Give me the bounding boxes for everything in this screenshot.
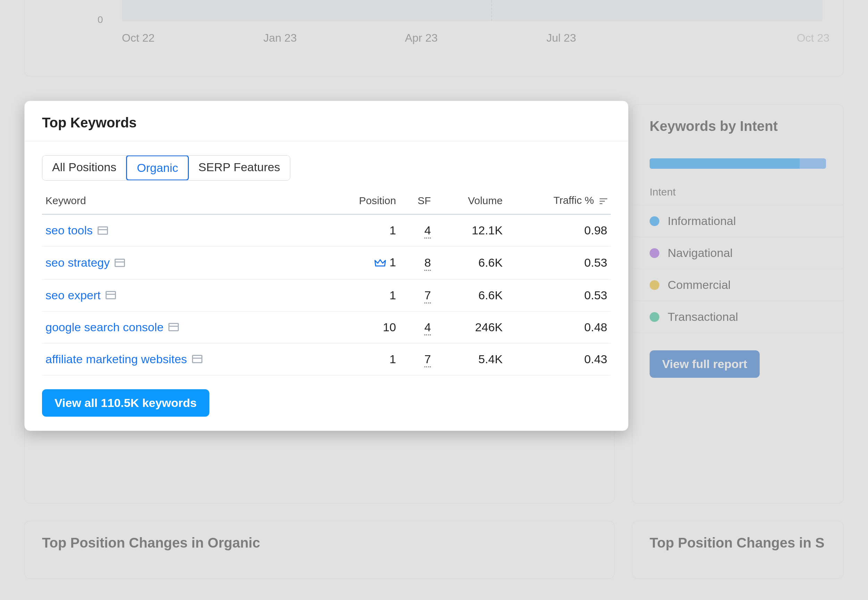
chart-xaxis-label: Apr 23 [405, 32, 547, 44]
position-changes-serp-card: Top Position Changes in S [632, 521, 844, 579]
view-full-report-button[interactable]: View full report [650, 350, 760, 378]
col-traffic-label: Traffic % [553, 194, 594, 206]
chart-xaxis-label: Jan 23 [264, 32, 405, 44]
position-cell: 1 [324, 214, 400, 247]
intent-row[interactable]: Commercial [632, 269, 843, 301]
keyword-link[interactable]: seo strategy [45, 256, 125, 270]
intent-card-title: Keywords by Intent [632, 118, 843, 144]
intent-label: Transactional [668, 310, 738, 324]
col-traffic[interactable]: Traffic % [506, 188, 611, 214]
intent-color-dot [650, 280, 659, 290]
intent-label: Informational [668, 214, 736, 228]
intent-row[interactable]: Informational [632, 205, 843, 237]
col-position[interactable]: Position [324, 188, 400, 214]
sf-cell[interactable]: 8 [400, 247, 434, 280]
position-changes-organic-card: Top Position Changes in Organic [24, 521, 615, 579]
intent-color-dot [650, 248, 659, 258]
col-sf[interactable]: SF [400, 188, 434, 214]
chart-yaxis-zero: 0 [98, 14, 103, 25]
traffic-cell: 0.53 [506, 279, 611, 311]
table-row: seo strategy186.6K0.53 [42, 247, 611, 280]
tab-organic[interactable]: Organic [126, 155, 189, 180]
col-volume[interactable]: Volume [434, 188, 506, 214]
intent-color-dot [650, 312, 659, 322]
position-cell: 10 [324, 311, 400, 343]
intent-row[interactable]: Transactional [632, 301, 843, 333]
keyword-text: seo strategy [45, 256, 110, 270]
chart-xaxis-label: Jul 23 [547, 32, 688, 44]
intent-color-dot [650, 216, 659, 226]
volume-cell: 5.4K [434, 343, 506, 375]
position-changes-serp-title: Top Position Changes in S [632, 535, 843, 561]
col-keyword[interactable]: Keyword [42, 188, 324, 214]
chart-vertical-divider [491, 0, 492, 21]
serp-preview-icon[interactable] [192, 355, 202, 363]
svg-rect-2 [600, 203, 602, 204]
traffic-cell: 0.48 [506, 311, 611, 343]
keyword-link[interactable]: seo tools [45, 224, 108, 237]
position-cell: 1 [324, 279, 400, 311]
chart-xaxis-label: Oct 22 [122, 32, 264, 44]
table-row: seo expert176.6K0.53 [42, 279, 611, 311]
crown-icon [374, 257, 386, 270]
position-cell: 1 [324, 247, 400, 280]
table-row: seo tools1412.1K0.98 [42, 214, 611, 247]
intent-column-header: Intent [632, 186, 843, 205]
serp-preview-icon[interactable] [115, 259, 125, 267]
sf-cell[interactable]: 7 [400, 279, 434, 311]
chart-plot-area [122, 0, 823, 21]
view-all-keywords-button[interactable]: View all 110.5K keywords [42, 389, 209, 417]
sf-cell[interactable]: 7 [400, 343, 434, 375]
svg-rect-1 [600, 201, 605, 202]
table-row: affiliate marketing websites175.4K0.43 [42, 343, 611, 375]
keyword-link[interactable]: seo expert [45, 289, 116, 302]
keyword-text: seo expert [45, 289, 101, 302]
chart-xaxis: Oct 22 Jan 23 Apr 23 Jul 23 Oct 23 [122, 32, 829, 44]
sf-cell[interactable]: 4 [400, 311, 434, 343]
intent-label: Commercial [668, 278, 730, 292]
sort-descending-icon [600, 195, 607, 207]
volume-cell: 6.6K [434, 247, 506, 280]
keywords-filter-tabs: All Positions Organic SERP Features [42, 155, 290, 180]
chart-xaxis-label: Oct 23 [688, 32, 829, 44]
trend-chart-card: 0 Oct 22 Jan 23 Apr 23 Jul 23 Oct 23 [24, 0, 844, 76]
traffic-cell: 0.53 [506, 247, 611, 280]
position-changes-organic-title: Top Position Changes in Organic [25, 535, 614, 561]
table-row: google search console104246K0.48 [42, 311, 611, 343]
keyword-text: google search console [45, 320, 164, 334]
top-keywords-title: Top Keywords [25, 101, 628, 141]
serp-preview-icon[interactable] [168, 323, 179, 331]
keyword-text: affiliate marketing websites [45, 352, 187, 366]
traffic-cell: 0.98 [506, 214, 611, 247]
serp-preview-icon[interactable] [106, 291, 116, 299]
keyword-text: seo tools [45, 224, 93, 237]
keyword-link[interactable]: affiliate marketing websites [45, 352, 202, 366]
position-cell: 1 [324, 343, 400, 375]
intent-label: Navigational [668, 246, 733, 260]
keyword-link[interactable]: google search console [45, 320, 179, 334]
sf-cell[interactable]: 4 [400, 214, 434, 247]
intent-row[interactable]: Navigational [632, 237, 843, 269]
volume-cell: 12.1K [434, 214, 506, 247]
serp-preview-icon[interactable] [98, 226, 108, 235]
volume-cell: 246K [434, 311, 506, 343]
volume-cell: 6.6K [434, 279, 506, 311]
top-keywords-card: Top Keywords All Positions Organic SERP … [24, 101, 629, 431]
tab-serp-features[interactable]: SERP Features [189, 156, 290, 180]
svg-rect-0 [600, 198, 607, 199]
keywords-by-intent-card: Keywords by Intent Intent InformationalN… [632, 104, 844, 503]
tab-all-positions[interactable]: All Positions [42, 156, 126, 180]
intent-distribution-bar[interactable] [650, 158, 826, 169]
keywords-table: Keyword Position SF Volume Traffic % seo… [42, 188, 611, 375]
traffic-cell: 0.43 [506, 343, 611, 375]
